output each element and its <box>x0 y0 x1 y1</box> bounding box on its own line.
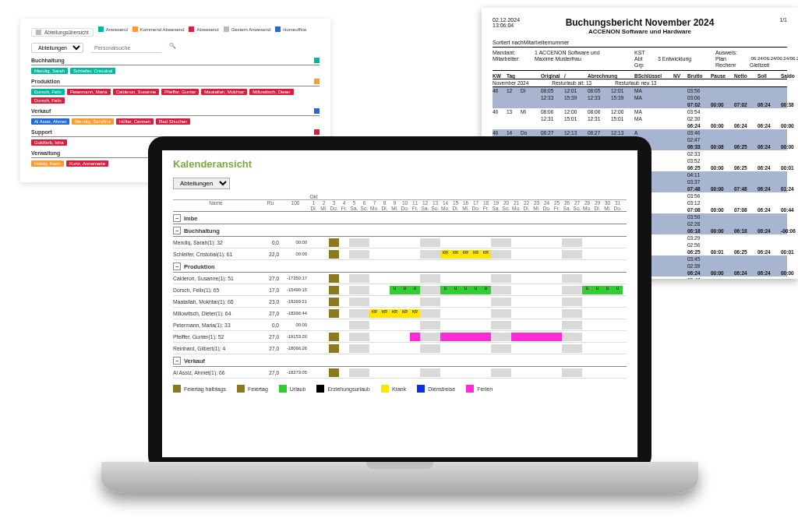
calendar-group[interactable]: − Verkauf <box>173 354 627 367</box>
report-page: 1/1 <box>779 17 787 23</box>
collapse-icon[interactable]: − <box>173 214 181 222</box>
legend-swatch <box>173 385 181 393</box>
calendar-group[interactable]: − Imbe <box>173 212 627 224</box>
calendar-row: Maatallah, Mokhtar(1): 6023,0-18269:21 <box>173 296 627 308</box>
legend-swatch <box>275 26 281 32</box>
collapse-icon[interactable]: − <box>173 262 181 270</box>
person-tag[interactable]: Millowitsch, Dieter <box>249 89 293 95</box>
legend-swatch <box>417 385 425 393</box>
report-month: November 2024 <box>493 80 528 86</box>
calendar-row: Reinhard, Gilbert(1): 427,0-18066:26 <box>173 343 627 354</box>
calendar-row: Al Assiz, Ahmet(1): 6627,0-18273:05 <box>173 367 627 379</box>
person-tag[interactable]: Red Shuchen <box>156 118 190 125</box>
calendar-header: Okt <box>173 194 627 200</box>
calendar-row: Pfeiffer, Gunter(1): 5227,0-19153:20 <box>173 331 627 343</box>
legend-swatch <box>98 26 104 32</box>
person-tag[interactable]: Petermann, Maria <box>67 89 111 95</box>
legend-swatch <box>224 26 229 32</box>
legend-swatch <box>279 385 287 393</box>
square-icon <box>36 30 41 35</box>
person-tag[interactable]: Mendig, Serafina <box>72 118 113 125</box>
department-filter[interactable]: Abteilungen <box>31 43 83 53</box>
person-tag[interactable]: Calderon, Susanne <box>113 89 159 95</box>
search-input[interactable] <box>91 43 161 53</box>
calendar-legend: Feiertag halbtagsFeiertagUrlaubErziehung… <box>173 385 627 393</box>
legend-swatch <box>189 26 194 32</box>
collapse-icon[interactable]: − <box>173 357 181 365</box>
panel-title-chip: Abteilungsübersicht <box>31 28 94 37</box>
calendar-row: Mendig, Sarah(1): 320,000:00 <box>173 237 627 248</box>
calendar-department-select[interactable]: Abteilungen <box>173 178 230 189</box>
person-tag[interactable]: Mendig, Sarah <box>31 68 68 74</box>
legend-swatch <box>132 26 138 32</box>
collapse-icon[interactable]: − <box>173 227 181 234</box>
calendar-row: Millowitsch, Dieter(1): 6427,0-18266:44K… <box>173 308 627 319</box>
calendar-screen: Kalenderansicht Abteilungen Okt NameRu10… <box>162 150 637 457</box>
person-tag[interactable]: Dorsch, Felix <box>31 97 65 104</box>
calendar-group[interactable]: − Buchhaltung <box>173 224 627 237</box>
person-tag[interactable]: Al Assiz, Ahmet <box>31 118 69 125</box>
person-tag[interactable]: Goldfarb, Isha <box>31 139 67 146</box>
attendance-legend: AnwesendKommend AbwesendAbwesendGestern … <box>98 26 307 32</box>
legend-swatch <box>316 385 324 393</box>
person-tag[interactable]: Dorsch, Felix <box>31 89 65 95</box>
laptop-mockup: Kalenderansicht Abteilungen Okt NameRu10… <box>101 136 698 526</box>
search-icon[interactable]: 🔍 <box>169 43 176 53</box>
person-tag[interactable]: Hölzig, Karin <box>31 160 64 167</box>
person-tag[interactable]: Höfler, Carmen <box>116 118 154 125</box>
panel-title: Abteilungsübersicht <box>44 30 89 35</box>
calendar-group[interactable]: − Produktion <box>173 260 627 273</box>
report-sort: Sortiert nachMitarbeiternummer <box>493 40 787 48</box>
group-head[interactable]: Produktion <box>31 79 320 86</box>
report-meta: Mandant:1 ACCENON Software und KST Auswe… <box>493 48 787 71</box>
person-tag[interactable]: Pfeiffer, Gunter <box>161 89 199 95</box>
group-head[interactable]: Verkauf <box>31 108 320 116</box>
legend-swatch <box>466 385 474 393</box>
legend-swatch <box>381 385 389 393</box>
group-head[interactable]: Buchhaltung <box>31 58 320 65</box>
person-tag[interactable]: Maatallah, Mokhtar <box>201 89 247 95</box>
report-table-head: KWTagOriginal/AbrechnungBSchlüsselNVBrut… <box>493 71 787 79</box>
calendar-title: Kalenderansicht <box>173 158 627 170</box>
calendar-daynames: NameRu1001Di.2Mi.3Do.4Fr.5Sa.6So.7Mo.8Di… <box>173 200 627 212</box>
legend-swatch <box>237 385 245 393</box>
calendar-row: Schleifer, Cristobal(1): 6122,000:00KRKR… <box>173 248 627 260</box>
calendar-row: Petermann, Maria(1): 330,000:00 <box>173 319 627 331</box>
calendar-row: Dorsch, Felix(1): 6517,0-15490:15UUUUUUU… <box>173 284 627 296</box>
report-title: Buchungsbericht November 2024 <box>493 17 787 28</box>
calendar-row: Calderon, Susanne(1): 5127,0-17350:17 <box>173 273 627 284</box>
report-subtitle: ACCENON Software und Hardware <box>493 28 787 35</box>
person-tag[interactable]: Schleifer, Cristobal <box>70 68 115 74</box>
